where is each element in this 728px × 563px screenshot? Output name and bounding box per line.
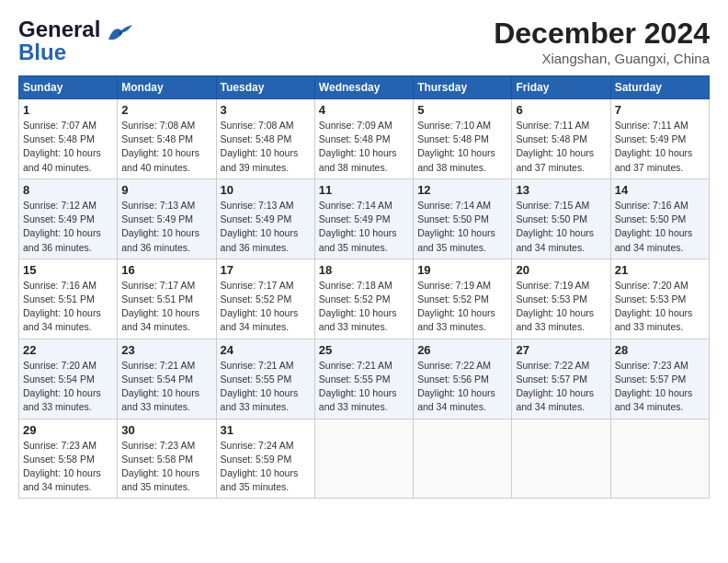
logo: General Blue: [18, 17, 134, 65]
day-info: Sunrise: 7:08 AM Sunset: 5:48 PM Dayligh…: [121, 119, 211, 175]
col-friday: Friday: [512, 76, 610, 99]
day-info: Sunrise: 7:08 AM Sunset: 5:48 PM Dayligh…: [221, 119, 311, 175]
table-row: 16Sunrise: 7:17 AM Sunset: 5:51 PM Dayli…: [118, 259, 216, 339]
day-info: Sunrise: 7:23 AM Sunset: 5:58 PM Dayligh…: [23, 439, 113, 495]
day-info: Sunrise: 7:14 AM Sunset: 5:50 PM Dayligh…: [417, 199, 507, 255]
location: Xiangshan, Guangxi, China: [494, 51, 710, 66]
table-row: 14Sunrise: 7:16 AM Sunset: 5:50 PM Dayli…: [610, 178, 709, 259]
day-info: Sunrise: 7:22 AM Sunset: 5:57 PM Dayligh…: [516, 359, 606, 415]
day-number: 4: [319, 103, 409, 117]
day-number: 29: [23, 423, 113, 437]
day-number: 12: [417, 183, 507, 197]
col-monday: Monday: [118, 76, 216, 99]
table-row: 29Sunrise: 7:23 AM Sunset: 5:58 PM Dayli…: [19, 419, 118, 499]
table-row: [314, 419, 413, 499]
table-row: 9Sunrise: 7:13 AM Sunset: 5:49 PM Daylig…: [118, 178, 216, 259]
day-info: Sunrise: 7:13 AM Sunset: 5:49 PM Dayligh…: [121, 199, 211, 255]
day-number: 21: [615, 263, 705, 277]
col-saturday: Saturday: [610, 76, 709, 99]
day-number: 6: [516, 103, 606, 117]
table-row: 15Sunrise: 7:16 AM Sunset: 5:51 PM Dayli…: [19, 259, 118, 339]
day-info: Sunrise: 7:15 AM Sunset: 5:50 PM Dayligh…: [516, 199, 606, 255]
day-info: Sunrise: 7:11 AM Sunset: 5:48 PM Dayligh…: [516, 119, 606, 175]
table-row: 8Sunrise: 7:12 AM Sunset: 5:49 PM Daylig…: [19, 178, 118, 259]
table-row: [414, 419, 512, 499]
table-row: 25Sunrise: 7:21 AM Sunset: 5:55 PM Dayli…: [314, 339, 413, 419]
day-number: 19: [417, 263, 507, 277]
month-title: December 2024: [494, 17, 710, 51]
table-row: 18Sunrise: 7:18 AM Sunset: 5:52 PM Dayli…: [314, 259, 413, 339]
table-row: 1Sunrise: 7:07 AM Sunset: 5:48 PM Daylig…: [19, 99, 118, 179]
table-row: 30Sunrise: 7:23 AM Sunset: 5:58 PM Dayli…: [118, 419, 216, 499]
day-number: 16: [121, 263, 211, 277]
day-info: Sunrise: 7:20 AM Sunset: 5:53 PM Dayligh…: [615, 279, 705, 335]
day-info: Sunrise: 7:14 AM Sunset: 5:49 PM Dayligh…: [319, 199, 409, 255]
day-number: 1: [23, 103, 113, 117]
day-number: 14: [615, 183, 705, 197]
table-row: 5Sunrise: 7:10 AM Sunset: 5:48 PM Daylig…: [414, 99, 512, 179]
table-row: 21Sunrise: 7:20 AM Sunset: 5:53 PM Dayli…: [610, 259, 709, 339]
col-thursday: Thursday: [414, 76, 512, 99]
table-row: 3Sunrise: 7:08 AM Sunset: 5:48 PM Daylig…: [216, 99, 314, 179]
day-info: Sunrise: 7:16 AM Sunset: 5:51 PM Dayligh…: [23, 279, 113, 335]
calendar-table: Sunday Monday Tuesday Wednesday Thursday…: [18, 75, 710, 499]
day-info: Sunrise: 7:11 AM Sunset: 5:49 PM Dayligh…: [615, 119, 705, 175]
day-number: 30: [121, 423, 211, 437]
day-info: Sunrise: 7:22 AM Sunset: 5:56 PM Dayligh…: [417, 359, 507, 415]
day-info: Sunrise: 7:20 AM Sunset: 5:54 PM Dayligh…: [23, 359, 113, 415]
day-number: 27: [516, 343, 606, 357]
table-row: 31Sunrise: 7:24 AM Sunset: 5:59 PM Dayli…: [216, 419, 314, 499]
day-number: 28: [615, 343, 705, 357]
table-row: 27Sunrise: 7:22 AM Sunset: 5:57 PM Dayli…: [512, 339, 610, 419]
calendar-header-row: Sunday Monday Tuesday Wednesday Thursday…: [19, 76, 710, 99]
day-info: Sunrise: 7:10 AM Sunset: 5:48 PM Dayligh…: [417, 119, 507, 175]
day-number: 26: [417, 343, 507, 357]
day-number: 13: [516, 183, 606, 197]
day-number: 3: [221, 103, 311, 117]
table-row: [610, 419, 709, 499]
day-number: 18: [319, 263, 409, 277]
day-number: 10: [221, 183, 311, 197]
day-info: Sunrise: 7:16 AM Sunset: 5:50 PM Dayligh…: [615, 199, 705, 255]
table-row: 7Sunrise: 7:11 AM Sunset: 5:49 PM Daylig…: [610, 99, 709, 179]
page-header: General Blue December 2024 Xiangshan, Gu…: [18, 17, 710, 66]
day-number: 11: [319, 183, 409, 197]
table-row: 2Sunrise: 7:08 AM Sunset: 5:48 PM Daylig…: [118, 99, 216, 179]
table-row: 10Sunrise: 7:13 AM Sunset: 5:49 PM Dayli…: [216, 178, 314, 259]
table-row: 24Sunrise: 7:21 AM Sunset: 5:55 PM Dayli…: [216, 339, 314, 419]
table-row: 12Sunrise: 7:14 AM Sunset: 5:50 PM Dayli…: [414, 178, 512, 259]
day-number: 31: [221, 423, 311, 437]
logo-bird-icon: [107, 23, 134, 43]
day-number: 23: [121, 343, 211, 357]
day-number: 15: [23, 263, 113, 277]
table-row: 20Sunrise: 7:19 AM Sunset: 5:53 PM Dayli…: [512, 259, 610, 339]
title-block: December 2024 Xiangshan, Guangxi, China: [494, 17, 710, 66]
table-row: 26Sunrise: 7:22 AM Sunset: 5:56 PM Dayli…: [414, 339, 512, 419]
table-row: 11Sunrise: 7:14 AM Sunset: 5:49 PM Dayli…: [314, 178, 413, 259]
logo-general: General: [18, 17, 100, 41]
day-number: 17: [221, 263, 311, 277]
day-info: Sunrise: 7:21 AM Sunset: 5:54 PM Dayligh…: [121, 359, 211, 415]
day-number: 9: [121, 183, 211, 197]
day-info: Sunrise: 7:17 AM Sunset: 5:51 PM Dayligh…: [121, 279, 211, 335]
day-number: 20: [516, 263, 606, 277]
day-number: 22: [23, 343, 113, 357]
day-info: Sunrise: 7:19 AM Sunset: 5:52 PM Dayligh…: [417, 279, 507, 335]
table-row: 28Sunrise: 7:23 AM Sunset: 5:57 PM Dayli…: [610, 339, 709, 419]
day-info: Sunrise: 7:17 AM Sunset: 5:52 PM Dayligh…: [221, 279, 311, 335]
col-wednesday: Wednesday: [314, 76, 413, 99]
logo-blue: Blue: [18, 40, 66, 65]
day-number: 5: [417, 103, 507, 117]
day-info: Sunrise: 7:18 AM Sunset: 5:52 PM Dayligh…: [319, 279, 409, 335]
col-sunday: Sunday: [19, 76, 118, 99]
day-info: Sunrise: 7:24 AM Sunset: 5:59 PM Dayligh…: [221, 439, 311, 495]
day-info: Sunrise: 7:23 AM Sunset: 5:57 PM Dayligh…: [615, 359, 705, 415]
day-number: 2: [121, 103, 211, 117]
day-info: Sunrise: 7:19 AM Sunset: 5:53 PM Dayligh…: [516, 279, 606, 335]
table-row: [512, 419, 610, 499]
day-info: Sunrise: 7:09 AM Sunset: 5:48 PM Dayligh…: [319, 119, 409, 175]
day-number: 24: [221, 343, 311, 357]
day-number: 25: [319, 343, 409, 357]
table-row: 13Sunrise: 7:15 AM Sunset: 5:50 PM Dayli…: [512, 178, 610, 259]
table-row: 22Sunrise: 7:20 AM Sunset: 5:54 PM Dayli…: [19, 339, 118, 419]
